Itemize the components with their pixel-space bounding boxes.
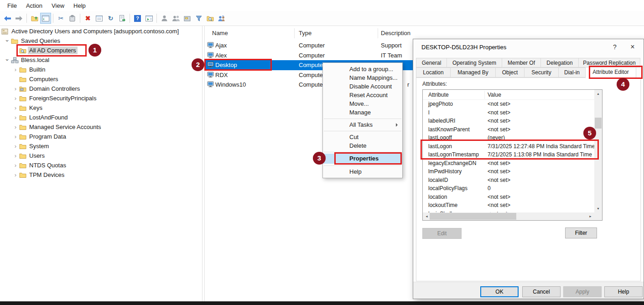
new-window-icon[interactable] [143, 13, 155, 24]
dialog-help-icon[interactable]: ? [607, 43, 623, 51]
attribute-row[interactable]: lastLogoff(never) [423, 134, 594, 142]
tab-object[interactable]: Object [495, 67, 525, 78]
paste-icon[interactable] [67, 13, 78, 24]
menu-file[interactable]: File [3, 1, 21, 10]
tab-delegation[interactable]: Delegation [540, 58, 579, 67]
chevron-right-icon[interactable]: › [12, 143, 19, 150]
tab-operating-system[interactable]: Operating System [447, 58, 502, 67]
tab-dial-in[interactable]: Dial-in [558, 67, 586, 78]
ok-button[interactable]: OK [480, 286, 519, 297]
chevron-down-icon[interactable]: › [4, 37, 11, 45]
attributes-grid[interactable]: Attribute Value jpegPhoto<not set> l<not… [422, 89, 602, 221]
column-header-type[interactable]: Type [299, 30, 312, 36]
chevron-right-icon[interactable]: › [12, 114, 19, 121]
tree-item-lostandfound[interactable]: › LostAndFound [0, 113, 202, 122]
tab-attribute-editor[interactable]: Attribute Editor [585, 67, 636, 78]
menu-item-all-tasks[interactable]: All Tasks [323, 120, 402, 129]
refresh-icon[interactable]: ↻ [105, 13, 116, 24]
menu-item-name-mappings[interactable]: Name Mappings... [323, 73, 402, 82]
cancel-button[interactable]: Cancel [522, 286, 561, 297]
dialog-title-bar[interactable]: DESKTOP-D5LD23H Properties ? × [413, 39, 644, 55]
delegation-icon[interactable] [216, 13, 227, 24]
scroll-down-icon[interactable]: ▼ [594, 205, 602, 212]
attribute-row-lastlogontimestamp[interactable]: lastLogonTimestamp7/21/2025 1:13:08 PM I… [423, 150, 594, 159]
tree-item-root[interactable]: Active Directory Users and Computers [ad… [0, 26, 202, 36]
menu-item-add-to-group[interactable]: Add to a group... [323, 65, 402, 73]
tree-item-system[interactable]: › System [0, 141, 202, 151]
chevron-right-icon[interactable]: › [12, 133, 19, 140]
vertical-scrollbar[interactable]: ▲ ▼ [594, 90, 602, 212]
column-header-name[interactable]: Name [212, 30, 228, 36]
tree-item-foreignsecurityprincipals[interactable]: › ForeignSecurityPrincipals [0, 93, 202, 103]
cut-icon[interactable]: ✂ [55, 13, 67, 24]
menu-item-cut[interactable]: Cut [323, 133, 402, 141]
chevron-right-icon[interactable]: › [12, 66, 19, 73]
chevron-right-icon[interactable]: › [12, 152, 19, 159]
tab-member-of[interactable]: Member Of [502, 58, 541, 67]
up-one-level-icon[interactable] [29, 13, 40, 24]
tree-list-divider[interactable] [202, 26, 203, 301]
attribute-row[interactable]: jpegPhoto<not set> [423, 100, 594, 109]
column-divider[interactable] [378, 28, 378, 38]
column-header-description[interactable]: Description [381, 30, 410, 36]
chevron-right-icon[interactable]: › [12, 104, 19, 111]
tree-item-saved-queries[interactable]: › Saved Queries [0, 36, 202, 46]
attribute-row[interactable]: lmPwdHistory<not set> [423, 167, 594, 176]
tree-item-ntds-quotas[interactable]: › NTDS Quotas [0, 160, 202, 170]
forward-icon[interactable] [13, 13, 25, 24]
tree-item-computers[interactable]: › Computers [0, 74, 202, 84]
delete-icon[interactable]: ✖ [82, 13, 93, 24]
menu-item-help[interactable]: Help [323, 167, 402, 176]
tab-security[interactable]: Security [524, 67, 559, 78]
grid-header-attribute[interactable]: Attribute [428, 92, 449, 98]
new-user-icon[interactable] [159, 13, 170, 24]
scroll-up-icon[interactable]: ▲ [594, 90, 602, 98]
attribute-row[interactable]: l<not set> [423, 109, 594, 117]
back-icon[interactable] [2, 13, 13, 24]
close-icon[interactable]: × [623, 43, 643, 51]
filter-button[interactable]: Filter [565, 227, 597, 238]
menu-item-properties[interactable]: Properties [323, 154, 402, 164]
menu-view[interactable]: View [47, 1, 69, 10]
attribute-row[interactable]: lastKnownParent<not set> [423, 125, 594, 134]
chevron-right-icon[interactable]: › [12, 162, 19, 169]
horizontal-scroll-thumb[interactable] [430, 213, 516, 220]
find-icon[interactable] [204, 13, 216, 24]
menu-help[interactable]: Help [69, 1, 90, 10]
chevron-down-icon[interactable]: › [4, 57, 11, 64]
new-group-icon[interactable] [170, 13, 182, 24]
menu-item-reset-account[interactable]: Reset Account [323, 91, 402, 99]
tree-item-domain-controllers[interactable]: › Domain Controllers [0, 84, 202, 93]
tree-item-builtin[interactable]: › Builtin [0, 65, 202, 74]
grid-header-value[interactable]: Value [488, 92, 501, 98]
attribute-row[interactable]: labeledURI<not set> [423, 117, 594, 125]
chevron-right-icon[interactable]: › [12, 85, 19, 92]
tab-general[interactable]: General [416, 58, 447, 67]
menu-action[interactable]: Action [21, 1, 47, 10]
menu-item-disable-account[interactable]: Disable Account [323, 82, 402, 91]
chevron-right-icon[interactable]: › [12, 95, 19, 102]
menu-item-move[interactable]: Move... [323, 99, 402, 108]
tree-item-bless-local[interactable]: › Bless.local [0, 55, 202, 65]
menu-item-manage[interactable]: Manage [323, 108, 402, 117]
scroll-right-icon[interactable]: ► [587, 212, 594, 220]
tab-managed-by[interactable]: Managed By [450, 67, 496, 78]
tree-item-managed-service-accounts[interactable]: › Managed Service Accounts [0, 122, 202, 132]
tree-item-tpm-devices[interactable]: › TPM Devices [0, 170, 202, 180]
tree-item-all-ad-computers[interactable]: › All AD Computers [0, 46, 202, 55]
export-list-icon[interactable] [116, 13, 128, 24]
attribute-row[interactable]: legacyExchangeDN<not set> [423, 159, 594, 168]
properties-window-icon[interactable] [93, 13, 105, 24]
help-icon[interactable]: ? [132, 13, 143, 24]
menu-item-delete[interactable]: Delete [323, 141, 402, 150]
attribute-row[interactable]: localPolicyFlags0 [423, 184, 594, 193]
vertical-scroll-thumb[interactable] [595, 118, 602, 129]
show-console-tree-icon[interactable] [40, 13, 51, 24]
new-ou-icon[interactable] [182, 13, 193, 24]
tree-item-program-data[interactable]: › Program Data [0, 132, 202, 141]
attribute-row-lastlogon[interactable]: lastLogon7/31/2025 12:27:48 PM India Sta… [423, 142, 594, 151]
chevron-right-icon[interactable]: › [12, 124, 19, 130]
tree-item-keys[interactable]: › Keys [0, 103, 202, 113]
chevron-right-icon[interactable]: › [12, 171, 19, 178]
column-divider[interactable] [294, 28, 295, 38]
